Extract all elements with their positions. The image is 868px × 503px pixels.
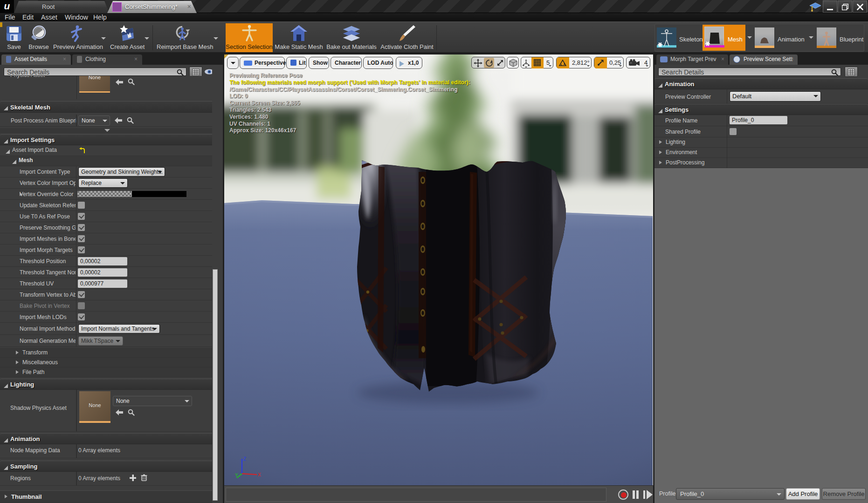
svg-text:Z: Z — [243, 456, 246, 462]
svg-text:X: X — [258, 472, 261, 477]
svg-text:Y: Y — [235, 473, 238, 478]
